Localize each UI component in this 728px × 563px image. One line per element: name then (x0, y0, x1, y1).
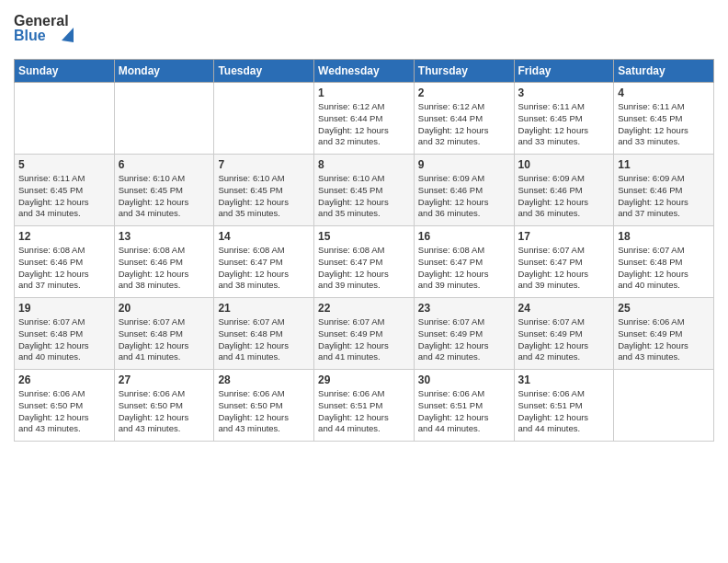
day-info: Sunrise: 6:12 AM Sunset: 6:44 PM Dayligh… (318, 101, 410, 148)
day-number: 25 (618, 302, 710, 315)
calendar-cell: 31Sunrise: 6:06 AM Sunset: 6:51 PM Dayli… (514, 370, 614, 442)
col-header-thursday: Thursday (414, 60, 514, 83)
day-number: 19 (18, 302, 110, 315)
day-number: 10 (518, 158, 610, 171)
calendar-cell: 22Sunrise: 6:07 AM Sunset: 6:49 PM Dayli… (314, 298, 415, 370)
day-number: 7 (218, 158, 310, 171)
day-info: Sunrise: 6:11 AM Sunset: 6:45 PM Dayligh… (18, 173, 110, 220)
day-number: 27 (119, 373, 210, 386)
calendar-table: SundayMondayTuesdayWednesdayThursdayFrid… (14, 59, 714, 442)
calendar-cell: 2Sunrise: 6:12 AM Sunset: 6:44 PM Daylig… (414, 83, 514, 155)
day-info: Sunrise: 6:09 AM Sunset: 6:46 PM Dayligh… (518, 173, 610, 220)
day-info: Sunrise: 6:06 AM Sunset: 6:51 PM Dayligh… (318, 388, 410, 435)
day-number: 20 (119, 302, 210, 315)
calendar-cell: 1Sunrise: 6:12 AM Sunset: 6:44 PM Daylig… (314, 83, 415, 155)
day-info: Sunrise: 6:07 AM Sunset: 6:48 PM Dayligh… (218, 316, 310, 363)
day-number: 23 (418, 302, 510, 315)
page: General Blue SundayMondayTuesdayWednesda… (0, 0, 728, 563)
day-number: 9 (418, 158, 510, 171)
week-row-5: 26Sunrise: 6:06 AM Sunset: 6:50 PM Dayli… (15, 370, 714, 442)
day-info: Sunrise: 6:06 AM Sunset: 6:49 PM Dayligh… (618, 316, 710, 363)
day-number: 28 (218, 373, 310, 386)
col-header-saturday: Saturday (614, 60, 714, 83)
day-number: 30 (418, 373, 510, 386)
calendar-cell: 27Sunrise: 6:06 AM Sunset: 6:50 PM Dayli… (114, 370, 214, 442)
calendar-cell: 10Sunrise: 6:09 AM Sunset: 6:46 PM Dayli… (514, 155, 614, 226)
calendar-cell: 19Sunrise: 6:07 AM Sunset: 6:48 PM Dayli… (15, 298, 115, 370)
day-number: 11 (618, 158, 710, 171)
day-info: Sunrise: 6:06 AM Sunset: 6:51 PM Dayligh… (418, 388, 510, 435)
col-header-friday: Friday (514, 60, 614, 83)
calendar-cell: 5Sunrise: 6:11 AM Sunset: 6:45 PM Daylig… (15, 155, 115, 226)
calendar-cell: 6Sunrise: 6:10 AM Sunset: 6:45 PM Daylig… (114, 155, 214, 226)
day-info: Sunrise: 6:09 AM Sunset: 6:46 PM Dayligh… (618, 173, 710, 220)
day-number: 2 (418, 86, 510, 99)
day-info: Sunrise: 6:06 AM Sunset: 6:50 PM Dayligh… (119, 388, 210, 435)
day-number: 1 (318, 86, 410, 99)
day-number: 4 (618, 86, 710, 99)
day-number: 31 (518, 373, 610, 386)
week-row-4: 19Sunrise: 6:07 AM Sunset: 6:48 PM Dayli… (15, 298, 714, 370)
week-row-3: 12Sunrise: 6:08 AM Sunset: 6:46 PM Dayli… (15, 226, 714, 298)
col-header-tuesday: Tuesday (214, 60, 314, 83)
calendar-cell: 12Sunrise: 6:08 AM Sunset: 6:46 PM Dayli… (15, 226, 115, 298)
day-number: 6 (119, 158, 210, 171)
calendar-cell: 15Sunrise: 6:08 AM Sunset: 6:47 PM Dayli… (314, 226, 415, 298)
calendar-cell: 25Sunrise: 6:06 AM Sunset: 6:49 PM Dayli… (614, 298, 714, 370)
calendar-cell: 9Sunrise: 6:09 AM Sunset: 6:46 PM Daylig… (414, 155, 514, 226)
day-info: Sunrise: 6:07 AM Sunset: 6:48 PM Dayligh… (18, 316, 110, 363)
day-number: 24 (518, 302, 610, 315)
calendar-cell: 13Sunrise: 6:08 AM Sunset: 6:46 PM Dayli… (114, 226, 214, 298)
svg-text:Blue: Blue (14, 28, 46, 43)
day-info: Sunrise: 6:06 AM Sunset: 6:50 PM Dayligh… (218, 388, 310, 435)
day-number: 12 (18, 230, 110, 243)
calendar-cell (214, 83, 314, 155)
day-number: 17 (518, 230, 610, 243)
calendar-cell: 8Sunrise: 6:10 AM Sunset: 6:45 PM Daylig… (314, 155, 415, 226)
day-info: Sunrise: 6:11 AM Sunset: 6:45 PM Dayligh… (518, 101, 610, 148)
calendar-cell: 23Sunrise: 6:07 AM Sunset: 6:49 PM Dayli… (414, 298, 514, 370)
day-number: 3 (518, 86, 610, 99)
day-info: Sunrise: 6:07 AM Sunset: 6:49 PM Dayligh… (518, 316, 610, 363)
calendar-cell: 11Sunrise: 6:09 AM Sunset: 6:46 PM Dayli… (614, 155, 714, 226)
day-info: Sunrise: 6:06 AM Sunset: 6:50 PM Dayligh… (18, 388, 110, 435)
day-info: Sunrise: 6:11 AM Sunset: 6:45 PM Dayligh… (618, 101, 710, 148)
svg-text:General: General (14, 13, 69, 29)
col-header-wednesday: Wednesday (314, 60, 415, 83)
day-info: Sunrise: 6:09 AM Sunset: 6:46 PM Dayligh… (418, 173, 510, 220)
calendar-cell: 7Sunrise: 6:10 AM Sunset: 6:45 PM Daylig… (214, 155, 314, 226)
day-number: 13 (119, 230, 210, 243)
day-number: 22 (318, 302, 410, 315)
day-number: 14 (218, 230, 310, 243)
calendar-cell (614, 370, 714, 442)
day-number: 18 (618, 230, 710, 243)
day-number: 29 (318, 373, 410, 386)
calendar-cell: 17Sunrise: 6:07 AM Sunset: 6:47 PM Dayli… (514, 226, 614, 298)
col-header-monday: Monday (114, 60, 214, 83)
day-number: 21 (218, 302, 310, 315)
calendar-cell: 28Sunrise: 6:06 AM Sunset: 6:50 PM Dayli… (214, 370, 314, 442)
calendar-cell: 24Sunrise: 6:07 AM Sunset: 6:49 PM Dayli… (514, 298, 614, 370)
calendar-cell: 16Sunrise: 6:08 AM Sunset: 6:47 PM Dayli… (414, 226, 514, 298)
calendar-cell: 30Sunrise: 6:06 AM Sunset: 6:51 PM Dayli… (414, 370, 514, 442)
day-info: Sunrise: 6:07 AM Sunset: 6:48 PM Dayligh… (618, 245, 710, 292)
calendar-cell: 21Sunrise: 6:07 AM Sunset: 6:48 PM Dayli… (214, 298, 314, 370)
day-number: 5 (18, 158, 110, 171)
day-number: 16 (418, 230, 510, 243)
header: General Blue (14, 9, 714, 52)
calendar-cell: 18Sunrise: 6:07 AM Sunset: 6:48 PM Dayli… (614, 226, 714, 298)
calendar-cell: 26Sunrise: 6:06 AM Sunset: 6:50 PM Dayli… (15, 370, 115, 442)
day-info: Sunrise: 6:10 AM Sunset: 6:45 PM Dayligh… (318, 173, 410, 220)
day-info: Sunrise: 6:08 AM Sunset: 6:47 PM Dayligh… (318, 245, 410, 292)
day-info: Sunrise: 6:08 AM Sunset: 6:47 PM Dayligh… (418, 245, 510, 292)
day-info: Sunrise: 6:07 AM Sunset: 6:48 PM Dayligh… (119, 316, 210, 363)
col-header-sunday: Sunday (15, 60, 115, 83)
day-info: Sunrise: 6:07 AM Sunset: 6:49 PM Dayligh… (318, 316, 410, 363)
day-info: Sunrise: 6:07 AM Sunset: 6:47 PM Dayligh… (518, 245, 610, 292)
day-number: 15 (318, 230, 410, 243)
calendar-cell: 29Sunrise: 6:06 AM Sunset: 6:51 PM Dayli… (314, 370, 415, 442)
day-info: Sunrise: 6:08 AM Sunset: 6:46 PM Dayligh… (18, 245, 110, 292)
day-info: Sunrise: 6:08 AM Sunset: 6:46 PM Dayligh… (119, 245, 210, 292)
calendar-cell: 20Sunrise: 6:07 AM Sunset: 6:48 PM Dayli… (114, 298, 214, 370)
logo-triangle-icon (62, 28, 74, 42)
